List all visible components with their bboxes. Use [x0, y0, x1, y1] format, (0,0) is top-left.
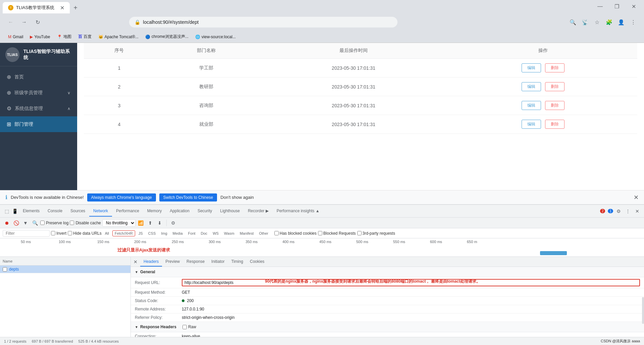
inspect-icon[interactable]: ⬚ [3, 207, 11, 215]
has-blocked-input[interactable] [274, 231, 279, 235]
raw-checkbox[interactable]: Raw [182, 325, 196, 329]
filter-media[interactable]: Media [171, 231, 185, 236]
tab-close-button[interactable]: ✕ [60, 5, 64, 11]
record-button[interactable]: ⏺ [3, 219, 11, 227]
more-tools-icon[interactable]: ⋮ [624, 207, 632, 215]
notify-close-button[interactable]: ✕ [634, 194, 639, 201]
general-section-header[interactable]: ▼ General [131, 267, 644, 277]
edit-button[interactable]: 编辑 [522, 101, 541, 110]
detail-tab-preview[interactable]: Preview [162, 257, 183, 267]
dont-show-button[interactable]: Don't show again [220, 195, 254, 200]
refresh-button[interactable]: ↻ [32, 17, 43, 27]
delete-button[interactable]: 删除 [545, 120, 565, 129]
tab-performance[interactable]: Performance [112, 206, 143, 217]
tab-application[interactable]: Application [166, 206, 194, 217]
hide-data-urls-input[interactable] [68, 231, 72, 235]
delete-button[interactable]: 删除 [545, 101, 565, 110]
request-checkbox[interactable] [3, 267, 7, 272]
edit-button[interactable]: 编辑 [522, 82, 541, 91]
filter-other[interactable]: Other [257, 231, 270, 236]
filter-wasm[interactable]: Wasm [222, 231, 236, 236]
bookmark-chrome[interactable]: 🔵 chrome浏览器没声... [143, 33, 191, 41]
tab-recorder[interactable]: Recorder ▶ [244, 206, 273, 217]
clear-button[interactable]: 🚫 [12, 219, 20, 227]
detail-tab-headers[interactable]: Headers [140, 257, 162, 267]
new-tab-button[interactable]: + [70, 2, 81, 13]
settings-icon2[interactable]: ⚙ [169, 219, 177, 227]
detail-tab-timing[interactable]: Timing [228, 257, 247, 267]
edit-button[interactable]: 编辑 [522, 120, 541, 129]
filter-img[interactable]: Img [159, 231, 169, 236]
response-headers-section-header[interactable]: ▼ Response Headers Raw [131, 322, 644, 332]
tab-security[interactable]: Security [194, 206, 216, 217]
filter-font[interactable]: Font [186, 231, 198, 236]
raw-input[interactable] [182, 325, 187, 329]
tab-elements[interactable]: Elements [19, 206, 44, 217]
tab-lighthouse[interactable]: Lighthouse [216, 206, 244, 217]
match-language-button[interactable]: Always match Chrome's language [87, 193, 156, 202]
filter-doc[interactable]: Doc [199, 231, 210, 236]
extensions-icon[interactable]: 🧩 [604, 17, 614, 27]
throttle-select[interactable]: No throttling [102, 219, 136, 227]
invert-input[interactable] [51, 231, 55, 235]
menu-icon[interactable]: ⋮ [628, 17, 639, 27]
disable-cache-checkbox[interactable]: Disable cache [70, 221, 101, 225]
close-button[interactable]: ✕ [626, 1, 641, 12]
has-blocked-checkbox[interactable]: Has blocked cookies [274, 231, 317, 236]
detail-tab-response[interactable]: Response [183, 257, 208, 267]
profile-icon[interactable]: 👤 [616, 17, 627, 27]
delete-button[interactable]: 删除 [545, 82, 565, 91]
settings-icon[interactable]: ⚙ [614, 207, 623, 215]
active-tab[interactable]: T TLIAS教学管理系统 ✕ [3, 2, 70, 13]
bookmark-viewsource[interactable]: 🌐 view-source:local... [193, 33, 238, 41]
bookmark-tomcat[interactable]: 🐱 Apache Tomcat®... [96, 33, 141, 41]
preserve-log-checkbox[interactable]: Preserve log [40, 221, 68, 225]
search-icon[interactable]: 🔍 [31, 219, 39, 227]
bookmark-baidu[interactable]: 百 百度 [75, 33, 94, 41]
detail-tab-cookies[interactable]: Cookies [247, 257, 268, 267]
bookmark-youtube[interactable]: ▶ YouTube [27, 33, 53, 41]
detail-close-icon[interactable]: ✕ [133, 259, 138, 265]
filter-input[interactable] [3, 230, 50, 237]
blocked-requests-input[interactable] [318, 231, 322, 235]
address-input[interactable]: 🔒 localhost:90/#/system/dept [129, 17, 397, 27]
filter-icon[interactable]: ▼ [21, 219, 30, 227]
bookmark-maps[interactable]: 📍 地图 [54, 33, 74, 41]
wifi-icon[interactable]: 📶 [137, 219, 145, 227]
sidebar-item-class[interactable]: ⊕ 班级学员管理 ∨ [0, 85, 77, 101]
bookmark-icon[interactable]: ☆ [592, 17, 602, 27]
request-item-depts[interactable]: depts [0, 266, 130, 273]
delete-button[interactable]: 删除 [545, 63, 565, 72]
tab-console[interactable]: Console [44, 206, 66, 217]
invert-checkbox[interactable]: Invert [51, 231, 66, 236]
sidebar-item-dept[interactable]: ⊞ 部门管理 [0, 116, 77, 132]
filter-css[interactable]: CSS [146, 231, 158, 236]
filter-all[interactable]: All [103, 231, 111, 236]
download-icon[interactable]: ⬇ [156, 219, 164, 227]
edit-button[interactable]: 编辑 [522, 63, 541, 72]
filter-js[interactable]: JS [137, 231, 145, 236]
third-party-input[interactable] [357, 231, 362, 235]
tab-perf-insights[interactable]: Performance insights ▲ [273, 206, 324, 217]
maximize-button[interactable]: ❐ [609, 1, 625, 12]
hide-data-urls-checkbox[interactable]: Hide data URLs [68, 231, 102, 236]
filter-fetchxhr[interactable]: Fetch/XHR [112, 230, 135, 236]
minimize-button[interactable]: — [592, 1, 608, 12]
filter-manifest[interactable]: Manifest [238, 231, 256, 236]
sidebar-item-system[interactable]: ⚙ 系统信息管理 ∧ [0, 101, 77, 116]
tab-memory[interactable]: Memory [143, 206, 166, 217]
filter-ws[interactable]: WS [211, 231, 221, 236]
disable-cache-input[interactable] [70, 221, 74, 225]
forward-button[interactable]: → [19, 17, 30, 27]
sidebar-item-home[interactable]: ⊕ 首页 [0, 69, 77, 85]
bookmark-gmail[interactable]: M Gmail [5, 33, 26, 41]
cast-icon[interactable]: 📡 [580, 17, 590, 27]
tab-sources[interactable]: Sources [66, 206, 89, 217]
search-icon[interactable]: 🔍 [568, 17, 578, 27]
device-icon[interactable]: 📱 [11, 207, 19, 215]
back-button[interactable]: ← [5, 17, 16, 27]
tab-network[interactable]: Network [89, 206, 112, 217]
devtools-close-icon[interactable]: ✕ [633, 207, 641, 215]
blocked-requests-checkbox[interactable]: Blocked Requests [318, 231, 356, 236]
third-party-checkbox[interactable]: 3rd-party requests [357, 231, 395, 236]
